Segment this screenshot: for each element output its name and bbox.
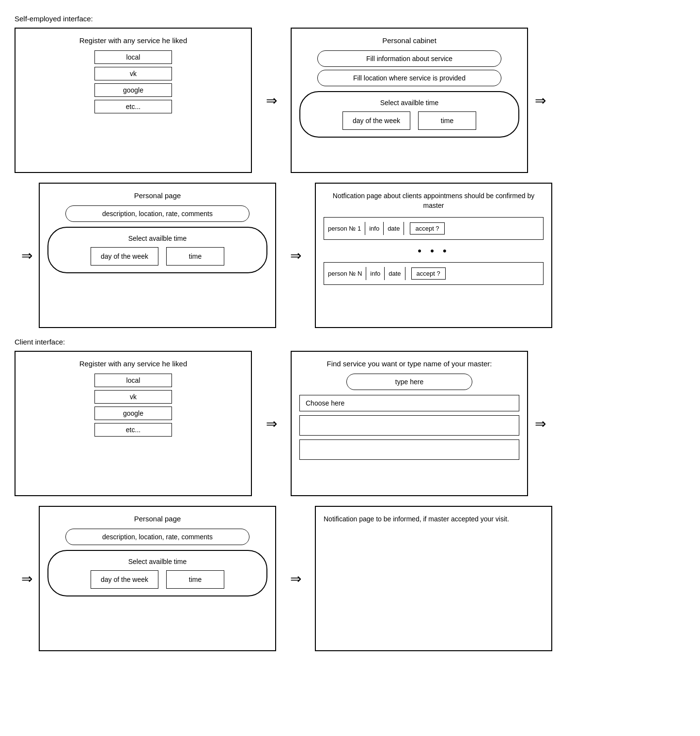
self-employed-row1: Register with any service he liked local… [15, 28, 685, 173]
personal-page-title-client: Personal page [47, 515, 267, 523]
personal-cabinet-title: Personal cabinet [299, 36, 519, 45]
register-box-client: Register with any service he liked local… [15, 351, 252, 496]
personal-page-box-client: Personal page description, location, rat… [39, 506, 276, 651]
select-time-title-personal-self: Select availble time [56, 235, 259, 242]
person1-date: date [384, 222, 404, 235]
acceptN-btn[interactable]: accept ? [405, 263, 451, 284]
notif-title-self: Notfication page about clients appointme… [324, 191, 544, 210]
personal-cabinet-box: Personal cabinet Fill information about … [291, 28, 528, 173]
etc-btn-self[interactable]: etc... [94, 100, 172, 113]
time-box-client[interactable]: time [166, 570, 224, 589]
personN-date: date [385, 267, 405, 280]
person1-row: person № 1 info date accept ? [324, 217, 544, 240]
person1-info: info [365, 222, 384, 235]
client-row1: Register with any service he liked local… [15, 351, 685, 496]
arrow-self-row2: ⇒ [276, 248, 315, 264]
arrow-client-row1: ⇒ [252, 416, 291, 432]
person1-name: person № 1 [324, 222, 365, 235]
arrow-right-end-row1-self: ⇒ [528, 93, 552, 109]
fill-info-btn[interactable]: Fill information about service [317, 50, 501, 67]
day-box-personal-self[interactable]: day of the week [91, 247, 158, 266]
select-time-title-client: Select availble time [56, 558, 259, 565]
google-btn-self[interactable]: google [94, 83, 172, 97]
desc-btn-client[interactable]: description, location, rate, comments [65, 529, 249, 545]
notif-title-client: Notification page to be informed, if mas… [324, 515, 544, 524]
select-time-oval-client: Select availble time day of the week tim… [47, 550, 267, 596]
notification-box-self: Notfication page about clients appointme… [315, 183, 552, 328]
time-box-cabinet[interactable]: time [418, 111, 476, 130]
time-box-personal-self[interactable]: time [166, 247, 224, 266]
find-service-box: Find service you want or type name of yo… [291, 351, 528, 496]
notification-box-client: Notification page to be informed, if mas… [315, 506, 552, 651]
vk-btn-self[interactable]: vk [94, 67, 172, 80]
arrow-left-start-row2-client: ⇒ [15, 571, 39, 587]
personal-page-title-self: Personal page [47, 191, 267, 200]
day-time-row-client: day of the week time [56, 570, 259, 589]
select-time-title-cabinet: Select availble time [308, 99, 511, 107]
register-box-self: Register with any service he liked local… [15, 28, 252, 173]
day-time-row-personal-self: day of the week time [56, 247, 259, 266]
choose-here-item[interactable]: Choose here [299, 395, 519, 411]
arrow-client-row2: ⇒ [276, 571, 315, 587]
day-time-row-cabinet: day of the week time [308, 111, 511, 130]
self-employed-row2: ⇒ Personal page description, location, r… [15, 183, 685, 328]
fill-location-btn[interactable]: Fill location where service is provided [317, 70, 501, 86]
self-employed-label: Self-employed interface: [15, 15, 685, 23]
personal-page-box-self: Personal page description, location, rat… [39, 183, 276, 328]
arrow-right-end-row1-client: ⇒ [528, 416, 552, 432]
vk-btn-client[interactable]: vk [94, 390, 172, 404]
etc-btn-client[interactable]: etc... [94, 423, 172, 437]
desc-btn-self[interactable]: description, location, rate, comments [65, 205, 249, 222]
day-box-client[interactable]: day of the week [91, 570, 158, 589]
personN-info: info [366, 267, 385, 280]
register-title-client: Register with any service he liked [23, 360, 243, 368]
google-btn-client[interactable]: google [94, 407, 172, 420]
local-btn-client[interactable]: local [94, 374, 172, 387]
personN-row: person № N info date accept ? [324, 262, 544, 285]
dots-separator: • • • [324, 245, 544, 257]
arrow-self-row1: ⇒ [252, 93, 291, 109]
arrow-left-start-row2-self: ⇒ [15, 248, 39, 264]
accept1-btn[interactable]: accept ? [404, 218, 450, 239]
local-btn-self[interactable]: local [94, 50, 172, 64]
personN-name: person № N [324, 267, 366, 280]
empty-result-1 [299, 415, 519, 436]
empty-result-2 [299, 439, 519, 460]
select-time-oval-cabinet: Select availble time day of the week tim… [299, 91, 519, 138]
client-row2: ⇒ Personal page description, location, r… [15, 506, 685, 651]
register-title-self: Register with any service he liked [23, 36, 243, 45]
type-here-input[interactable]: type here [346, 374, 472, 390]
find-service-title: Find service you want or type name of yo… [299, 360, 519, 368]
select-time-oval-personal-self: Select availble time day of the week tim… [47, 227, 267, 273]
client-label: Client interface: [15, 338, 685, 346]
day-box-cabinet[interactable]: day of the week [342, 111, 410, 130]
